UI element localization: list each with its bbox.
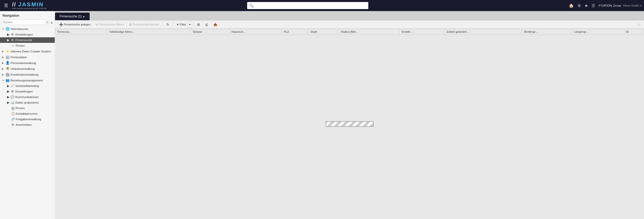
user-sub: Demo GmbH bbox=[623, 4, 639, 7]
col-firmenname[interactable]: Firmenna... bbox=[55, 29, 107, 35]
main-content: Firmensuche (1) ▶ ➕ Firmensuche anlegen … bbox=[55, 11, 644, 219]
topbar: ☰ // JASMIN ERP-System powered by iRP-CA… bbox=[0, 0, 644, 11]
data-table: Firmenna... Vollständige Adres... Strass… bbox=[55, 29, 644, 50]
sidebar-item-firmen2[interactable]: 🏢 Firmen bbox=[0, 105, 55, 111]
sidebar-item-vertrieb[interactable]: ▶ 📈 Vertrieb/Marketing bbox=[0, 83, 55, 89]
sidebar-item-label: Einstellungen bbox=[15, 33, 33, 36]
filter-icon: ▼ bbox=[176, 23, 179, 26]
col-id[interactable]: ID bbox=[624, 29, 644, 35]
table-header-row: Firmenna... Vollständige Adres... Strass… bbox=[55, 29, 644, 35]
sidebar-item-label: Internes Daten Crawler System bbox=[11, 50, 51, 53]
favorite-star-icon[interactable]: ☆ bbox=[635, 22, 642, 27]
export-icon: 📥 bbox=[213, 23, 217, 26]
filter-group: ▼ Filter ▾ bbox=[174, 21, 192, 27]
sidebar-item-einstellungen[interactable]: ▶ ⚙ Einstellungen bbox=[0, 32, 55, 37]
sidebar-item-krankheitsverwaltung[interactable]: ▶ 🏥 Krankheitsverwaltung bbox=[0, 72, 55, 77]
col-stadt[interactable]: Stadt bbox=[308, 29, 339, 35]
personal-icon: 👤 bbox=[6, 61, 10, 65]
firmendaten-icon: 🏢 bbox=[6, 55, 10, 59]
toolbar: ➕ Firmensuche anlegen ✏ Firmensuche öffn… bbox=[55, 20, 644, 29]
refresh-icon: ↻ bbox=[166, 23, 169, 26]
sidebar-search-toggle-icon[interactable]: ▲ bbox=[50, 20, 53, 24]
expand-icon: ▶ bbox=[7, 38, 9, 42]
delete-icon: 🗑 bbox=[129, 23, 132, 26]
export-button[interactable]: 📥 bbox=[211, 21, 219, 27]
star-icon[interactable]: ★ bbox=[584, 3, 588, 8]
hamburger-icon[interactable]: ☰ bbox=[3, 2, 10, 9]
krankheit-icon: 🏥 bbox=[6, 73, 10, 76]
col-hausnummer[interactable]: Hausnum... bbox=[229, 29, 281, 35]
print-button[interactable]: 🖨 bbox=[203, 21, 210, 27]
list-icon[interactable]: ☰ bbox=[591, 3, 595, 8]
sidebar-item-label: Anschreiben bbox=[16, 123, 32, 126]
sidebar-item-firmen[interactable]: ▪ Firmen bbox=[0, 43, 55, 48]
grid-icon: ⊞ bbox=[197, 23, 200, 26]
sidebar-search-clear-icon[interactable]: ✕ bbox=[46, 20, 49, 24]
sidebar-item-freigabeverwaltung[interactable]: 🔗 Freigabeverwaltung bbox=[0, 116, 55, 122]
firmensuche-loeschen-button[interactable]: 🗑 Firmensuche löschen bbox=[127, 21, 161, 27]
logo: // JASMIN ERP-System powered by iRP-CATI… bbox=[12, 2, 47, 10]
col-zuletzt-geaendert[interactable]: Zuletzt geändert ... bbox=[444, 29, 522, 35]
col-plz[interactable]: PLZ bbox=[282, 29, 308, 35]
sidebar-item-label: Firmen bbox=[16, 107, 25, 110]
freigabe-icon: 🔗 bbox=[11, 117, 15, 121]
expand-icon: ▶ bbox=[2, 62, 5, 64]
expand-icon: ▶ bbox=[2, 73, 5, 76]
separator3 bbox=[193, 22, 194, 27]
table-wrap: Firmenna... Vollständige Adres... Strass… bbox=[55, 29, 644, 219]
sidebar-item-firmendaten[interactable]: ▶ 🏢 Firmendaten bbox=[0, 54, 55, 60]
col-breitengrad[interactable]: Breitengr... bbox=[522, 29, 572, 35]
sidebar-item-label: Personalverwaltung bbox=[11, 61, 36, 65]
filter-label: Filter bbox=[180, 23, 186, 26]
sidebar-item-anschreiben[interactable]: ✉ Anschreiben bbox=[0, 122, 55, 128]
sidebar-item-beziehungsmanagement[interactable]: ▼ 👥 Beziehungsmanagement bbox=[0, 77, 55, 83]
sidebar-item-label: Kommunikationen bbox=[15, 96, 39, 99]
col-laengengrad[interactable]: Längengr... bbox=[572, 29, 624, 35]
sidebar-item-label: Internetsuche bbox=[11, 27, 28, 30]
btn-label: Firmensuche löschen bbox=[133, 23, 159, 26]
user-menu[interactable]: P-CATION, Group Demo GmbH ▾ bbox=[599, 4, 641, 7]
filter-button[interactable]: ▼ Filter bbox=[174, 21, 188, 27]
sidebar-item-internetsuche[interactable]: ▼ 🌐 Internetsuche bbox=[0, 26, 55, 32]
sidebar-item-kontaktpersonen[interactable]: 📋 Kontaktpersonen bbox=[0, 111, 55, 116]
col-strasse[interactable]: Strasse bbox=[191, 29, 229, 35]
sidebar-item-firmensuche[interactable]: ▶ ⚙ Firmensuche bbox=[0, 37, 55, 43]
search-bar: 🔍 bbox=[247, 2, 368, 9]
anschreiben-icon: ✉ bbox=[11, 123, 15, 127]
sidebar-search-row: ✕ ▲ bbox=[0, 18, 55, 26]
gear-icon[interactable]: ⚙ bbox=[577, 3, 581, 8]
separator bbox=[163, 22, 163, 27]
table-body bbox=[55, 35, 644, 50]
urlaub-icon: 🌴 bbox=[6, 67, 10, 71]
sidebar-item-urlaubsverwaltung[interactable]: ▶ 🌴 Urlaubsverwaltung bbox=[0, 66, 55, 72]
sidebar-item-einstellungen2[interactable]: ▶ ⚙ Einstellungen bbox=[0, 89, 55, 94]
sidebar-item-internes-daten[interactable]: ▶ ⚡ Internes Daten Crawler System bbox=[0, 48, 55, 54]
expand-icon: ▼ bbox=[2, 79, 5, 82]
grid-button[interactable]: ⊞ bbox=[195, 21, 202, 27]
logo-text: // JASMIN bbox=[12, 2, 47, 8]
firmensuche-oeffnen-button[interactable]: ✏ Firmensuche öffnen bbox=[94, 21, 126, 27]
filter-dropdown[interactable]: ▾ bbox=[188, 21, 192, 27]
loading-overlay bbox=[326, 121, 374, 127]
vertrieb-icon: 📈 bbox=[10, 84, 14, 88]
sidebar-item-label: Vertrieb/Marketing bbox=[15, 84, 39, 87]
search-input[interactable] bbox=[255, 4, 366, 7]
sidebar-item-label: Firmendaten bbox=[11, 56, 27, 59]
sidebar-search-input[interactable] bbox=[2, 19, 45, 25]
expand-icon: ▶ bbox=[2, 50, 5, 53]
tab-firmensuche[interactable]: Firmensuche (1) ▶ bbox=[55, 13, 90, 20]
expand-icon: ▶ bbox=[2, 68, 5, 70]
col-radius[interactable]: Radius [Met... bbox=[339, 29, 399, 35]
table-header: Firmenna... Vollständige Adres... Strass… bbox=[55, 29, 644, 35]
col-vollstaendige-adresse[interactable]: Vollständige Adres... bbox=[107, 29, 190, 35]
expand-icon: ▶ bbox=[7, 84, 9, 88]
sidebar-item-kommunikationen[interactable]: ▶ 💬 Kommunikationen bbox=[0, 94, 55, 100]
sidebar-item-daten-analysieren[interactable]: ▶ 📊 Daten analysieren bbox=[0, 100, 55, 105]
refresh-button[interactable]: ↻ bbox=[164, 21, 171, 27]
sidebar-item-label: Freigabeverwaltung bbox=[16, 118, 41, 121]
home-icon[interactable]: 🏠 bbox=[569, 3, 574, 8]
firmensuche-anlegen-button[interactable]: ➕ Firmensuche anlegen bbox=[57, 21, 93, 27]
einstellungen-icon: ⚙ bbox=[10, 33, 14, 36]
col-erstellt[interactable]: Erstellt ... bbox=[399, 29, 444, 35]
sidebar-item-personalverwaltung[interactable]: ▶ 👤 Personalverwaltung bbox=[0, 60, 55, 66]
